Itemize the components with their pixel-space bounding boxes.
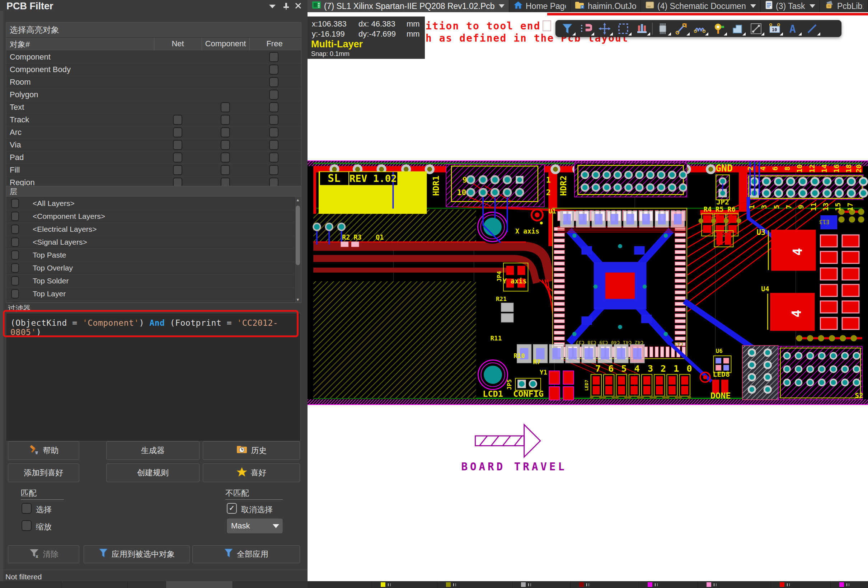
object-net-checkbox[interactable] (173, 140, 182, 150)
object-row[interactable]: Arc (6, 126, 301, 139)
add-favorite-button[interactable]: 添加到喜好 (8, 464, 79, 482)
object-component-checkbox[interactable] (221, 102, 230, 112)
layer-row[interactable]: Top Paste (6, 249, 301, 262)
filter-expression-input[interactable]: (ObjectKind = 'Component') And (Footprin… (6, 313, 301, 441)
object-row[interactable]: Component Body (6, 63, 301, 76)
object-free-checkbox[interactable] (269, 152, 279, 162)
pin-icon[interactable] (281, 2, 291, 10)
layer-tab[interactable] (437, 581, 523, 588)
move-tool-icon[interactable] (595, 21, 614, 36)
document-tab[interactable]: PcbLib1.Pc (820, 0, 868, 12)
object-row[interactable]: Room (6, 76, 301, 88)
layer-row[interactable]: Bottom Layer (6, 301, 301, 303)
object-free-checkbox[interactable] (269, 65, 279, 75)
layer-row[interactable]: Top Solder (6, 275, 301, 288)
layer-row[interactable]: <Component Layers> (6, 210, 301, 223)
layer-row[interactable]: <All Layers> (6, 197, 301, 210)
scroll-up-icon[interactable]: ▲ (295, 197, 301, 203)
object-row[interactable]: Component (6, 51, 301, 63)
object-net-checkbox[interactable] (173, 165, 182, 175)
select-area-tool-icon[interactable] (614, 21, 633, 36)
col-free[interactable]: Free (249, 39, 300, 49)
match-select-checkbox[interactable] (22, 503, 32, 514)
clear-button[interactable]: x 清除 (8, 545, 79, 563)
layer-row[interactable]: Top Overlay (6, 262, 301, 275)
via-tool-icon[interactable] (709, 21, 728, 36)
line-tool-icon[interactable] (803, 21, 821, 36)
object-row[interactable]: Polygon (6, 88, 301, 101)
document-tab[interactable]: (3) Tasks (761, 0, 820, 12)
col-net[interactable]: Net (154, 39, 202, 49)
history-button[interactable]: 历史 (203, 441, 300, 460)
object-component-checkbox[interactable] (221, 127, 230, 137)
layer-checkbox[interactable] (11, 289, 19, 299)
apply-selected-button[interactable]: 应用到被选中对象 (84, 545, 190, 563)
polygon-tool-icon[interactable] (728, 21, 747, 36)
create-rule-button[interactable]: 创建规则 (106, 464, 199, 482)
col-object[interactable]: 对象# (10, 39, 30, 50)
route-tool-icon[interactable] (672, 21, 691, 36)
help-button[interactable]: 帮助 (8, 441, 79, 460)
document-tab[interactable]: Home Page (509, 0, 571, 12)
object-free-checkbox[interactable] (269, 165, 279, 175)
layer-checkbox[interactable] (11, 199, 19, 208)
layer-checkbox[interactable] (11, 263, 19, 273)
object-row[interactable]: Fill (6, 164, 301, 177)
match-zoom-checkbox[interactable] (22, 520, 32, 531)
filter-tool-icon[interactable] (558, 21, 577, 36)
layer-checkbox[interactable] (11, 251, 19, 260)
builder-button[interactable]: 生成器 (106, 441, 199, 460)
object-free-checkbox[interactable] (269, 77, 279, 87)
object-free-checkbox[interactable] (269, 52, 279, 62)
highlight-objects-header[interactable]: 选择高亮对象 (6, 23, 301, 38)
object-component-checkbox[interactable] (221, 165, 230, 175)
layers-scrollbar[interactable]: ▲ ▼ (294, 197, 301, 302)
object-net-checkbox[interactable] (173, 152, 182, 162)
object-row[interactable]: Track (6, 114, 301, 126)
layer-row[interactable]: <Electrical Layers> (6, 223, 301, 236)
component-tool-icon[interactable] (653, 21, 672, 36)
object-row[interactable]: Via (6, 139, 301, 152)
layer-tab[interactable] (698, 581, 781, 588)
object-net-checkbox[interactable] (173, 115, 182, 125)
layer-tabs-bar[interactable] (307, 581, 868, 588)
layer-row[interactable]: <Signal Layers> (6, 236, 301, 249)
chevron-down-icon[interactable] (499, 4, 505, 8)
layer-checkbox[interactable] (11, 225, 19, 234)
object-free-checkbox[interactable] (269, 140, 279, 150)
object-component-checkbox[interactable] (221, 152, 230, 162)
panel-bottom-tab-active[interactable] (166, 581, 233, 588)
diff-pair-tool-icon[interactable] (691, 21, 709, 36)
scrollbar-thumb[interactable] (296, 206, 300, 265)
layer-tab[interactable] (570, 581, 649, 588)
panel-menu-chevron-icon[interactable] (268, 2, 277, 10)
layer-checkbox[interactable] (11, 302, 19, 303)
object-free-checkbox[interactable] (269, 102, 279, 112)
panel-bottom-tabs[interactable] (0, 581, 307, 588)
layer-row[interactable]: Top Layer (6, 288, 301, 301)
scroll-down-icon[interactable]: ▼ (295, 297, 301, 302)
magnet-tool-icon[interactable] (577, 21, 595, 36)
chevron-down-icon[interactable] (750, 4, 756, 8)
favorite-button[interactable]: 喜好 (203, 464, 300, 482)
object-free-checkbox[interactable] (269, 115, 279, 125)
object-component-checkbox[interactable] (221, 140, 230, 150)
chevron-down-icon[interactable] (809, 4, 815, 8)
layer-checkbox[interactable] (11, 212, 19, 221)
pcb-editor-canvas[interactable]: BOARD TRAVELSLREV 1.02HDR191012HDR2GNDJP… (307, 12, 868, 588)
document-tab[interactable]: haimin.OutJob (571, 0, 641, 12)
object-component-checkbox[interactable] (221, 115, 230, 125)
dimension-tool-icon[interactable]: 10 (765, 21, 784, 36)
board-stack-tool-icon[interactable] (633, 21, 651, 36)
measure-tool-icon[interactable] (747, 21, 765, 36)
layer-checkbox[interactable] (11, 276, 19, 286)
mask-dropdown[interactable]: Mask (226, 518, 283, 534)
close-icon[interactable] (294, 2, 303, 10)
document-tab[interactable]: (7) SL1 Xilinx Spartan-IIE PQ208 Rev1.02… (307, 0, 509, 12)
object-table-header[interactable]: 对象# Net Component Free (6, 38, 301, 51)
layer-tab[interactable] (372, 581, 447, 588)
apply-all-button[interactable]: 全部应用 (192, 545, 300, 563)
object-free-checkbox[interactable] (269, 90, 279, 100)
col-component[interactable]: Component (202, 39, 249, 49)
pcb-canvas[interactable]: BOARD TRAVELSLREV 1.02HDR191012HDR2GNDJP… (307, 12, 868, 588)
